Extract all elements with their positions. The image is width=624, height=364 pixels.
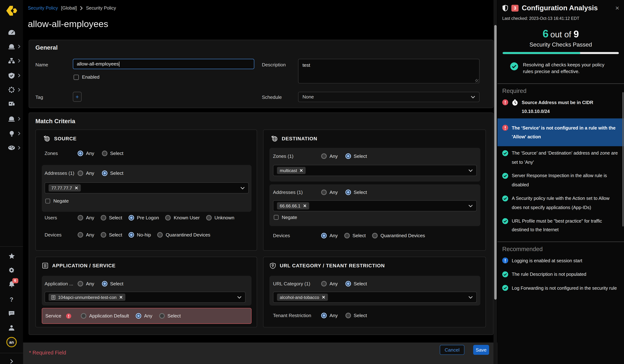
resize-handle[interactable]: [475, 79, 478, 82]
required-item[interactable]: Server Response Inspection in the allow …: [497, 169, 624, 192]
sidebar-item-workflows[interactable]: [0, 98, 23, 110]
chevron-down-icon[interactable]: [240, 186, 245, 189]
radio-devices-select[interactable]: Select: [344, 233, 366, 238]
radio-devices-any[interactable]: Any: [78, 232, 94, 238]
radio-addresses-select[interactable]: Select: [102, 170, 123, 176]
radio-service-application-default[interactable]: Application Default: [81, 313, 129, 319]
radio-application-any[interactable]: Any: [78, 281, 94, 286]
radio-users-any[interactable]: Any: [78, 215, 94, 221]
radio-tenant-select[interactable]: Select: [345, 313, 367, 318]
radio-service-select[interactable]: Select: [159, 313, 181, 319]
radio-users-unknown[interactable]: Unknown: [206, 215, 234, 221]
general-panel: General Name allow-all-employees Enabled…: [29, 40, 494, 108]
destination-zones-input[interactable]: multicast: [273, 165, 477, 176]
add-tag-button[interactable]: +: [73, 92, 81, 102]
chip-value: 66.66.66.1: [280, 204, 301, 208]
radio-url-any[interactable]: Any: [321, 281, 338, 286]
remove-chip-icon[interactable]: [119, 296, 123, 299]
save-button[interactable]: Save: [473, 345, 489, 355]
radio-dot: [102, 170, 107, 176]
required-item[interactable]: Source Address must be in CIDR 10.10.10.…: [497, 96, 624, 118]
sidebar-item-objects[interactable]: [0, 84, 23, 96]
sidebar-item-security-services[interactable]: [0, 69, 23, 81]
radio-devices-quarantined[interactable]: Quarantined Devices: [157, 232, 210, 238]
sidebar-item-feedback[interactable]: [0, 308, 23, 319]
check-circle-icon: [502, 195, 508, 212]
sidebar-item-help[interactable]: ?: [0, 293, 23, 305]
radio-devices-quarantined[interactable]: Quarantined Devices: [372, 233, 425, 238]
sidebar-item-dashboards[interactable]: [0, 142, 23, 154]
url-category-input[interactable]: alcohol-and-tobacco: [273, 292, 477, 303]
required-item-selected[interactable]: The ‘Service’ is not configured in a rul…: [497, 118, 624, 146]
sidebar-item-insights[interactable]: [0, 128, 23, 139]
remove-chip-icon[interactable]: [75, 186, 78, 190]
radio-devices-select[interactable]: Select: [101, 232, 122, 238]
radio-service-any[interactable]: Any: [136, 313, 152, 319]
devices-label: Devices: [273, 233, 321, 238]
scrollbar-thumb[interactable]: [494, 25, 497, 300]
required-item[interactable]: URL Profile must be "best practice" for …: [497, 214, 624, 237]
radio-zones-select[interactable]: Select: [345, 153, 367, 159]
sidebar-item-settings[interactable]: [0, 265, 23, 276]
radio-users-pre-logon[interactable]: Pre Logon: [129, 215, 159, 221]
radio-tenant-any[interactable]: Any: [321, 313, 338, 318]
enabled-checkbox[interactable]: Enabled: [74, 74, 100, 80]
recommended-item[interactable]: Log Forwarding is not configured in the …: [497, 281, 624, 295]
source-negate-checkbox[interactable]: Negate: [45, 198, 69, 204]
radio-dot: [78, 215, 83, 221]
close-icon[interactable]: ×: [615, 5, 619, 11]
schedule-select[interactable]: None: [298, 92, 479, 102]
radio-dot: [102, 281, 107, 286]
score-total: 9: [573, 29, 579, 39]
sidebar-item-network[interactable]: [0, 55, 23, 67]
cancel-button[interactable]: Cancel: [440, 345, 465, 355]
panel-scrollbar-thumb[interactable]: [622, 92, 624, 227]
chevron-down-icon[interactable]: [468, 204, 473, 207]
radio-url-select[interactable]: Select: [345, 281, 367, 286]
sidebar-item-profile[interactable]: [0, 322, 23, 334]
radio-dot: [206, 215, 212, 221]
palo-alto-logo-icon[interactable]: [6, 5, 18, 16]
chevron-down-icon[interactable]: [468, 296, 473, 298]
destination-negate-checkbox[interactable]: Negate: [274, 215, 297, 220]
sidebar-expand-button[interactable]: [0, 355, 23, 364]
radio-devices-no-hip[interactable]: No-hip: [129, 232, 151, 238]
application-chip: 104apci-unnumbered-test-con: [49, 294, 125, 301]
radio-users-select[interactable]: Select: [101, 215, 122, 221]
source-addresses-input[interactable]: 77.77.77.7: [45, 182, 249, 194]
destination-addresses-input[interactable]: 66.66.66.1: [273, 200, 477, 211]
breadcrumb-link[interactable]: Security Policy: [28, 6, 58, 10]
name-input[interactable]: allow-all-employees: [73, 59, 254, 69]
remove-chip-icon[interactable]: [322, 296, 325, 299]
remove-chip-icon[interactable]: [300, 169, 303, 172]
chevron-down-icon[interactable]: [468, 169, 473, 172]
score-summary: 6 out of 9: [497, 28, 624, 40]
radio-zones-any[interactable]: Any: [321, 153, 338, 159]
radio-dot: [321, 233, 327, 238]
radio-users-known-user[interactable]: Known User: [165, 215, 200, 221]
radio-zones-select[interactable]: Select: [102, 151, 123, 156]
radio-zones-any[interactable]: Any: [78, 151, 94, 156]
radio-application-select[interactable]: Select: [102, 281, 123, 286]
recommended-item[interactable]: The rule Description is not populated: [497, 268, 624, 281]
required-item[interactable]: A Security policy rule with the Action s…: [497, 192, 624, 214]
radio-devices-any[interactable]: Any: [321, 233, 338, 238]
check-text: Server Response Inspection in the allow …: [512, 171, 620, 189]
chevron-down-icon[interactable]: [237, 296, 241, 298]
radio-addresses-any[interactable]: Any: [78, 170, 94, 176]
recommended-item[interactable]: Logging is enabled at session start: [497, 254, 624, 268]
sidebar-item-favorites[interactable]: [0, 250, 23, 262]
required-item[interactable]: The ‘Source’ and ‘Destination’ address a…: [497, 146, 624, 169]
application-input[interactable]: 104apci-unnumbered-test-con: [45, 292, 246, 303]
radio-addresses-any[interactable]: Any: [321, 190, 338, 195]
sidebar-item-monitor[interactable]: [0, 113, 23, 125]
radio-addresses-select[interactable]: Select: [345, 190, 367, 195]
sidebar-item-notifications[interactable]: 6: [0, 278, 23, 290]
description-textarea[interactable]: test: [298, 59, 479, 84]
sidebar-item-account[interactable]: an: [0, 337, 23, 347]
info-circle-icon: [502, 258, 508, 265]
remove-chip-icon[interactable]: [303, 204, 307, 207]
users-label: Users: [45, 215, 78, 221]
sidebar-item-incidents[interactable]: [0, 41, 23, 52]
sidebar-item-dashboard[interactable]: [0, 26, 23, 38]
